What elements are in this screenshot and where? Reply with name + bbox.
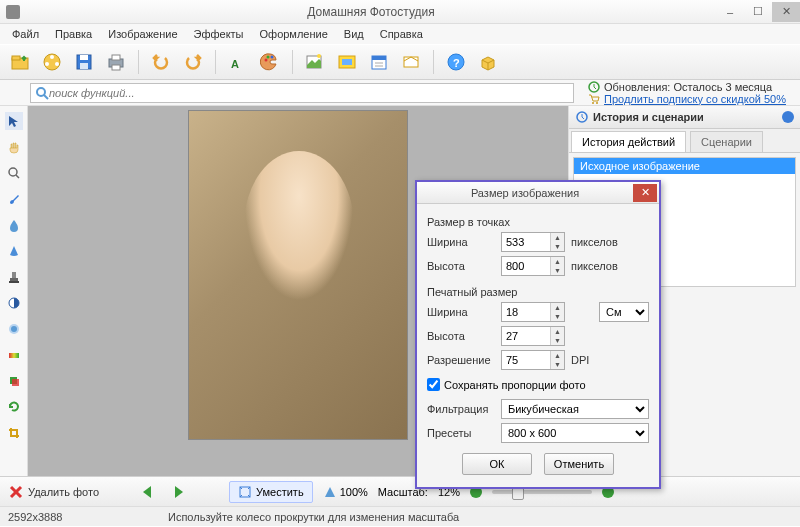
history-panel-header: История и сценарии xyxy=(569,106,800,129)
undo-icon[interactable] xyxy=(147,48,175,76)
print-height-input[interactable]: ▲▼ xyxy=(501,326,565,346)
svg-point-3 xyxy=(50,55,54,59)
svg-rect-7 xyxy=(80,55,88,60)
zoom-100-icon xyxy=(323,485,337,499)
zoom-slider[interactable] xyxy=(492,490,592,494)
zoom-100-label: 100% xyxy=(340,486,368,498)
svg-point-30 xyxy=(592,102,594,104)
menu-design[interactable]: Оформление xyxy=(254,26,334,42)
keep-ratio-checkbox[interactable]: Сохранять пропорции фото xyxy=(427,378,649,391)
help-icon[interactable]: ? xyxy=(442,48,470,76)
zoom-100-button[interactable]: 100% xyxy=(323,485,368,499)
hand-tool[interactable] xyxy=(5,138,23,156)
palette-icon[interactable] xyxy=(256,48,284,76)
menu-view[interactable]: Вид xyxy=(338,26,370,42)
drop-tool[interactable] xyxy=(5,216,23,234)
svg-text:?: ? xyxy=(453,57,460,69)
minimize-button[interactable]: – xyxy=(716,2,744,22)
prev-button[interactable] xyxy=(139,484,159,500)
pointer-tool[interactable] xyxy=(5,112,23,130)
delete-icon xyxy=(8,484,24,500)
ok-button[interactable]: ОК xyxy=(462,453,532,475)
photo-image[interactable] xyxy=(188,110,408,440)
svg-rect-10 xyxy=(112,55,120,60)
unit-select[interactable]: См xyxy=(599,302,649,322)
picture-frame-icon[interactable] xyxy=(333,48,361,76)
width-px-input[interactable]: ▲▼ xyxy=(501,232,565,252)
history-item[interactable]: Исходное изображение xyxy=(574,158,795,174)
svg-rect-36 xyxy=(9,281,19,283)
fit-icon xyxy=(238,485,252,499)
save-icon[interactable] xyxy=(70,48,98,76)
resolution-label: Разрешение xyxy=(427,354,495,366)
menu-help[interactable]: Справка xyxy=(374,26,429,42)
text-icon[interactable]: A xyxy=(224,48,252,76)
renew-link[interactable]: Продлить подписку со скидкой 50% xyxy=(604,93,786,105)
svg-rect-35 xyxy=(10,278,18,281)
next-button[interactable] xyxy=(169,484,189,500)
svg-rect-42 xyxy=(12,379,19,386)
height-label: Высота xyxy=(427,260,495,272)
magnify-tool[interactable] xyxy=(5,164,23,182)
crop-tool[interactable] xyxy=(5,424,23,442)
filter-select[interactable]: Бикубическая xyxy=(501,399,649,419)
tab-history[interactable]: История действий xyxy=(571,131,686,152)
search-input[interactable] xyxy=(49,87,569,99)
dialog-close-button[interactable]: ✕ xyxy=(633,184,657,202)
svg-rect-40 xyxy=(9,353,19,358)
resolution-input[interactable]: ▲▼ xyxy=(501,350,565,370)
width-label: Ширина xyxy=(427,236,495,248)
print-icon[interactable] xyxy=(102,48,130,76)
box-icon[interactable] xyxy=(474,48,502,76)
keep-ratio-input[interactable] xyxy=(427,378,440,391)
redo-icon[interactable] xyxy=(179,48,207,76)
delete-photo-button[interactable]: Удалить фото xyxy=(8,484,99,500)
dialog-titlebar[interactable]: Размер изображения ✕ xyxy=(417,182,659,204)
titlebar: Домашняя Фотостудия – ☐ ✕ xyxy=(0,0,800,24)
print-width-label: Ширина xyxy=(427,306,495,318)
height-px-input[interactable]: ▲▼ xyxy=(501,256,565,276)
menu-image[interactable]: Изображение xyxy=(102,26,183,42)
rotate-tool[interactable] xyxy=(5,398,23,416)
history-tabs: История действий Сценарии xyxy=(569,129,800,153)
maximize-button[interactable]: ☐ xyxy=(744,2,772,22)
layers-tool[interactable] xyxy=(5,372,23,390)
film-reel-icon[interactable] xyxy=(38,48,66,76)
menu-effects[interactable]: Эффекты xyxy=(188,26,250,42)
brush-tool[interactable] xyxy=(5,190,23,208)
cone-tool[interactable] xyxy=(5,242,23,260)
keep-ratio-label: Сохранять пропорции фото xyxy=(444,379,586,391)
image-size-dialog: Размер изображения ✕ Размер в точках Шир… xyxy=(415,180,661,489)
secondary-bar: Обновления: Осталось 3 месяца Продлить п… xyxy=(0,80,800,106)
stamp-tool[interactable] xyxy=(5,268,23,286)
card-icon[interactable] xyxy=(397,48,425,76)
blur-tool[interactable] xyxy=(5,320,23,338)
filter-label: Фильтрация xyxy=(427,403,495,415)
open-folder-icon[interactable] xyxy=(6,48,34,76)
panel-collapse-icon[interactable] xyxy=(782,111,794,123)
app-icon xyxy=(6,5,20,19)
svg-rect-34 xyxy=(12,272,16,278)
svg-rect-1 xyxy=(12,56,20,60)
preset-select[interactable]: 800 x 600 xyxy=(501,423,649,443)
cancel-button[interactable]: Отменить xyxy=(544,453,614,475)
svg-point-39 xyxy=(11,326,17,332)
gradient-tool[interactable] xyxy=(5,346,23,364)
calendar-icon[interactable] xyxy=(365,48,393,76)
fit-button[interactable]: Уместить xyxy=(229,481,313,503)
contrast-tool[interactable] xyxy=(5,294,23,312)
tab-scenarios[interactable]: Сценарии xyxy=(690,131,763,152)
dpi-unit: DPI xyxy=(571,354,589,366)
svg-text:A: A xyxy=(231,58,239,70)
search-box xyxy=(30,83,574,103)
bottom-bar: Удалить фото Уместить 100% Масштаб: 12% xyxy=(0,476,800,506)
svg-rect-21 xyxy=(372,56,386,60)
close-button[interactable]: ✕ xyxy=(772,2,800,22)
picture-sparkle-icon[interactable] xyxy=(301,48,329,76)
print-width-input[interactable]: ▲▼ xyxy=(501,302,565,322)
svg-point-14 xyxy=(267,56,270,59)
menu-edit[interactable]: Правка xyxy=(49,26,98,42)
cart-icon xyxy=(588,93,600,105)
menu-file[interactable]: Файл xyxy=(6,26,45,42)
fit-label: Уместить xyxy=(256,486,304,498)
